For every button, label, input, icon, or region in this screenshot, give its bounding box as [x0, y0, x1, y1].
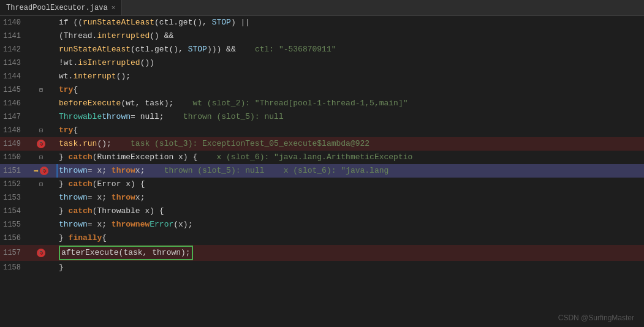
code-line: 1147 Throwable thrown = null; thrown (sl…: [0, 110, 644, 124]
line-number: 1150: [0, 151, 26, 164]
tab-thread-pool-executor[interactable]: ThreadPoolExecutor.java ×: [0, 0, 122, 15]
code-line: 1145⊟ try {: [0, 83, 644, 97]
gutter-area: [26, 110, 56, 124]
code-line: 1151➡🐞 thrown = x; throw x; thrown (slot…: [0, 164, 644, 178]
gutter-area: [26, 70, 56, 83]
code-line: 1154 } catch (Throwable x) {: [0, 205, 644, 218]
line-number: 1155: [0, 218, 26, 231]
code-content: !wt.isInterrupted()): [56, 56, 644, 70]
gutter-area: ➡🐞: [26, 164, 56, 178]
code-line: 1157🐞 afterExecute(task, thrown);: [0, 245, 644, 261]
watermark: CSDN @SurfingMaster: [558, 314, 634, 322]
line-number: 1142: [0, 43, 26, 56]
code-editor: 1140 if ((runStateAtLeast(ctl.get(), STO…: [0, 16, 644, 327]
code-content: thrown = x; throw new Error(x);: [56, 218, 644, 231]
gutter-area: ⊟: [26, 151, 56, 164]
gutter-area: [26, 16, 56, 29]
gutter-area: [26, 191, 56, 205]
line-number: 1143: [0, 56, 26, 70]
line-number: 1145: [0, 83, 26, 97]
line-number: 1152: [0, 178, 26, 191]
gutter-area: ⊟: [26, 124, 56, 137]
line-number: 1147: [0, 110, 26, 124]
gutter-area: [26, 218, 56, 231]
code-line: 1141 (Thread.interrupted() &&: [0, 29, 644, 43]
code-line: 1153 thrown = x; throw x;: [0, 191, 644, 205]
line-number: 1156: [0, 231, 26, 245]
line-number: 1148: [0, 124, 26, 137]
code-content: runStateAtLeast(ctl.get(), STOP))) && ct…: [56, 43, 644, 56]
code-line: 1142 runStateAtLeast(ctl.get(), STOP))) …: [0, 43, 644, 56]
tab-close-button[interactable]: ×: [112, 4, 116, 12]
code-content: afterExecute(task, thrown);: [56, 245, 644, 261]
code-content: wt.interrupt();: [56, 70, 644, 83]
gutter-area: 🐞: [26, 137, 56, 151]
fold-icon[interactable]: ⊟: [39, 127, 43, 134]
line-number: 1151: [0, 164, 26, 178]
code-content: try {: [56, 83, 644, 97]
line-number: 1153: [0, 191, 26, 205]
gutter-area: ⊟: [26, 178, 56, 191]
code-content: thrown = x; throw x; thrown (slot_5): nu…: [56, 164, 644, 178]
fold-icon[interactable]: ⊟: [39, 154, 43, 161]
code-line: 1149🐞 task.run(); task (slot_3): Excepti…: [0, 137, 644, 151]
code-line: 1158 }: [0, 261, 644, 274]
code-line: 1156 } finally {: [0, 231, 644, 245]
line-number: 1141: [0, 29, 26, 43]
gutter-area: [26, 97, 56, 110]
code-content: task.run(); task (slot_3): ExceptionTest…: [56, 137, 644, 151]
code-content: if ((runStateAtLeast(ctl.get(), STOP) ||: [56, 16, 644, 29]
code-line: 1143 !wt.isInterrupted()): [0, 56, 644, 70]
code-content: try {: [56, 124, 644, 137]
line-number: 1157: [0, 245, 26, 261]
code-content: beforeExecute(wt, task); wt (slot_2): "T…: [56, 97, 644, 110]
line-number: 1146: [0, 97, 26, 110]
gutter-area: [26, 29, 56, 43]
line-number: 1140: [0, 16, 26, 29]
code-line: 1140 if ((runStateAtLeast(ctl.get(), STO…: [0, 16, 644, 29]
gutter-area: [26, 261, 56, 274]
breakpoint-icon[interactable]: 🐞: [37, 249, 45, 257]
gutter-area: ⊟: [26, 83, 56, 97]
code-line: 1148⊟ try {: [0, 124, 644, 137]
tab-bar: ThreadPoolExecutor.java ×: [0, 0, 644, 16]
line-number: 1144: [0, 70, 26, 83]
gutter-area: [26, 56, 56, 70]
code-content: (Thread.interrupted() &&: [56, 29, 644, 43]
line-number: 1158: [0, 261, 26, 274]
line-number: 1149: [0, 137, 26, 151]
code-line: 1146 beforeExecute(wt, task); wt (slot_2…: [0, 97, 644, 110]
gutter-area: [26, 43, 56, 56]
code-line: 1152⊟ } catch (Error x) {: [0, 178, 644, 191]
gutter-area: [26, 231, 56, 245]
fold-icon[interactable]: ⊟: [39, 86, 43, 94]
current-line-arrow-icon: ➡: [34, 166, 39, 176]
code-content: } catch (Throwable x) {: [56, 205, 644, 218]
gutter-area: [26, 205, 56, 218]
code-content: }: [56, 261, 644, 274]
code-line: 1144 wt.interrupt();: [0, 70, 644, 83]
code-content: } finally {: [56, 231, 644, 245]
fold-icon[interactable]: ⊟: [39, 181, 43, 188]
line-number: 1154: [0, 205, 26, 218]
code-line: 1155 thrown = x; throw new Error(x);: [0, 218, 644, 231]
code-content: } catch (Error x) {: [56, 178, 644, 191]
code-line: 1150⊟ } catch (RuntimeException x) { x (…: [0, 151, 644, 164]
breakpoint-icon[interactable]: 🐞: [37, 140, 45, 148]
code-content: Throwable thrown = null; thrown (slot_5)…: [56, 110, 644, 124]
breakpoint-icon[interactable]: 🐞: [40, 167, 48, 175]
code-content: thrown = x; throw x;: [56, 191, 644, 205]
code-content: } catch (RuntimeException x) { x (slot_6…: [56, 151, 644, 164]
gutter-area: 🐞: [26, 245, 56, 261]
tab-filename: ThreadPoolExecutor.java: [6, 4, 108, 12]
